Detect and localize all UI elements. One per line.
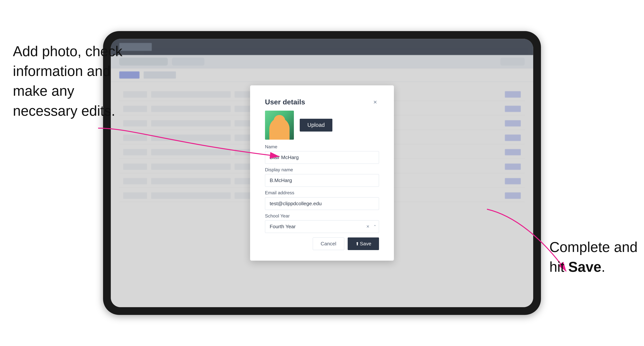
photo-section: Upload — [265, 111, 379, 140]
display-name-input[interactable] — [265, 174, 379, 187]
photo-thumbnail — [265, 111, 294, 140]
tablet: User details × Upload Name — [103, 31, 541, 315]
name-input[interactable] — [265, 151, 379, 164]
photo-figure — [269, 118, 290, 140]
annotation-left-line2: information and — [13, 63, 110, 79]
annotation-left: Add photo, check information and make an… — [13, 41, 122, 121]
email-field-group: Email address — [265, 190, 379, 210]
school-year-label: School Year — [265, 213, 379, 219]
school-year-select-wrapper: × ⌃ — [265, 220, 379, 233]
display-name-field-group: Display name — [265, 167, 379, 187]
school-year-field-group: School Year × ⌃ — [265, 213, 379, 233]
dialog-header: User details × — [265, 98, 379, 106]
annotation-right-bold: Save — [568, 259, 601, 275]
annotation-right: Complete and hit Save. — [550, 237, 638, 277]
cancel-button[interactable]: Cancel — [313, 237, 344, 250]
school-year-input[interactable] — [265, 220, 379, 233]
save-button[interactable]: ⬆ Save — [348, 237, 379, 250]
name-field-group: Name — [265, 144, 379, 164]
save-button-label: Save — [360, 241, 372, 247]
annotation-left-line3: make any — [13, 83, 74, 99]
dialog-footer: Cancel ⬆ Save — [265, 237, 379, 250]
select-clear-icon[interactable]: × — [366, 223, 370, 229]
annotation-left-line1: Add photo, check — [13, 43, 122, 59]
tablet-screen: User details × Upload Name — [111, 39, 533, 307]
dialog-close-button[interactable]: × — [371, 98, 379, 106]
user-details-dialog: User details × Upload Name — [250, 85, 394, 261]
email-input[interactable] — [265, 197, 379, 210]
annotation-right-line1: Complete and — [550, 239, 638, 255]
scene: Add photo, check information and make an… — [0, 0, 644, 346]
email-label: Email address — [265, 190, 379, 195]
annotation-right-end: . — [601, 259, 605, 275]
annotation-left-line4: necessary edits. — [13, 103, 115, 119]
name-label: Name — [265, 144, 379, 150]
upload-photo-button[interactable]: Upload — [300, 119, 332, 131]
annotation-right-line2: hit — [550, 259, 568, 275]
display-name-label: Display name — [265, 167, 379, 173]
chevron-down-icon: ⌃ — [373, 224, 376, 229]
dialog-title: User details — [265, 98, 305, 106]
dialog-overlay: User details × Upload Name — [111, 39, 533, 307]
save-icon: ⬆ — [356, 241, 359, 246]
